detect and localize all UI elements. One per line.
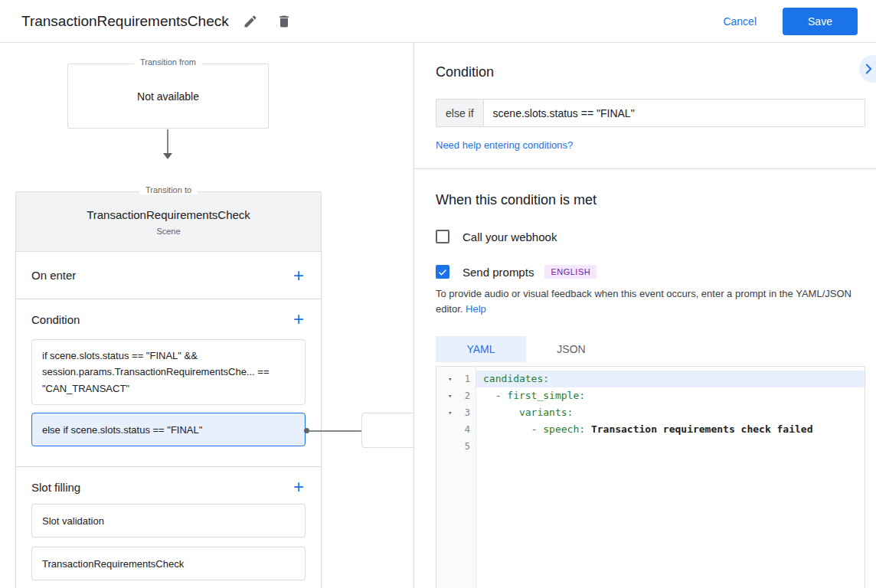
add-on-enter-button[interactable]: + (292, 268, 306, 283)
panel-condition-section: Condition else if Need help entering con… (414, 43, 876, 169)
cancel-button[interactable]: Cancel (723, 15, 757, 28)
scene-title: TransactionRequirementsCheck (87, 208, 250, 221)
transition-from-label: Transition from (134, 57, 202, 67)
gutter-line: 4 (436, 421, 476, 438)
webhook-row: Call your webhook (436, 230, 865, 243)
code-token: - (483, 423, 543, 435)
when-condition-met-section: When this condition is met Call your web… (414, 169, 876, 588)
slot-filling-section: Slot filling + Slot validation Transacti… (16, 467, 321, 588)
line-number: 4 (459, 424, 470, 435)
transition-to-label: Transition to (139, 185, 198, 194)
checkmark-icon (437, 266, 448, 278)
fold-arrow-icon[interactable]: ▾ (448, 409, 457, 416)
line-number: 5 (459, 441, 470, 452)
gutter-line: ▾3 (436, 404, 476, 421)
gutter-line: ▾1 (436, 371, 476, 387)
gutter-line: ▾2 (436, 387, 476, 404)
code-token: speech: (543, 423, 585, 435)
transition-from-value: Not available (137, 90, 199, 103)
scene-subtitle: Scene (156, 227, 180, 236)
line-number: 1 (459, 374, 470, 384)
condition-item-1[interactable]: if scene.slots.status == "FINAL" && sess… (31, 339, 306, 405)
tab-yaml[interactable]: YAML (436, 336, 526, 362)
condition-expression-row: else if (436, 99, 865, 127)
condition-prefix: else if (436, 100, 484, 126)
code-line[interactable]: - speech: Transaction requirements check… (476, 421, 865, 438)
code-token (483, 407, 519, 418)
code-line[interactable]: - first_simple: (476, 387, 865, 404)
condition-item-2-selected[interactable]: else if scene.slots.status == "FINAL" (31, 413, 306, 446)
transition-from-box[interactable]: Transition from Not available (67, 64, 269, 129)
panel-condition-title: Condition (436, 64, 865, 80)
condition-section-label: Condition (31, 313, 80, 326)
code-line[interactable]: candidates: (476, 371, 865, 387)
transition-arrow-line (167, 129, 168, 153)
code-token: first_simple: (507, 390, 585, 401)
send-prompts-row: Send prompts ENGLISH (436, 265, 865, 279)
transition-arrow-head-icon (163, 153, 172, 159)
prompts-description: To provide audio or visual feedback when… (436, 286, 865, 316)
code-token: Transaction requirements check failed (585, 423, 812, 435)
save-button[interactable]: Save (783, 8, 858, 35)
yaml-editor[interactable]: ▾1▾2▾345 candidates: - first_simple: var… (436, 366, 865, 588)
fold-arrow-icon[interactable]: ▾ (448, 392, 457, 400)
on-enter-section: On enter + (16, 252, 321, 299)
condition-section: Condition + if scene.slots.status == "FI… (16, 299, 321, 467)
tab-json[interactable]: JSON (526, 336, 616, 362)
chevron-right-icon (860, 60, 876, 77)
slot-filling-label: Slot filling (31, 481, 80, 494)
on-enter-label: On enter (31, 269, 76, 282)
send-prompts-checkbox[interactable] (436, 265, 449, 279)
add-slot-button[interactable]: + (292, 479, 306, 495)
page-title: TransactionRequirementsCheck (21, 13, 229, 30)
when-condition-met-title: When this condition is met (436, 192, 865, 208)
code-token: candidates: (483, 373, 549, 384)
condition-input[interactable] (484, 100, 865, 126)
line-number: 2 (459, 390, 470, 401)
slot-item-1[interactable]: Slot validation (31, 504, 306, 537)
yaml-editor-gutter: ▾1▾2▾345 (436, 367, 476, 588)
delete-scene-button[interactable] (272, 9, 296, 34)
scene-card: Transition to TransactionRequirementsChe… (15, 191, 322, 588)
editor-tabs: YAML JSON (436, 336, 865, 362)
code-token: variants: (519, 407, 573, 418)
trash-icon (276, 14, 292, 29)
scene-header[interactable]: TransactionRequirementsCheck Scene (16, 192, 321, 252)
slot-item-2[interactable]: TransactionRequirementsCheck (31, 547, 306, 580)
condition-detail-panel: Condition else if Need help entering con… (413, 43, 876, 588)
app-root: TransactionRequirementsCheck Cancel Save… (0, 0, 876, 588)
add-condition-button[interactable]: + (292, 312, 306, 327)
yaml-editor-lines[interactable]: candidates: - first_simple: variants: - … (476, 367, 865, 588)
webhook-checkbox[interactable] (436, 230, 449, 243)
language-badge: ENGLISH (544, 265, 597, 279)
connector-line (309, 430, 362, 432)
top-bar: TransactionRequirementsCheck Cancel Save (0, 0, 876, 43)
line-number: 3 (459, 407, 470, 418)
send-prompts-label: Send prompts (463, 266, 534, 279)
pencil-icon (243, 14, 258, 29)
gutter-line: 5 (436, 438, 476, 455)
code-token: - (483, 390, 507, 401)
edit-title-button[interactable] (238, 9, 263, 34)
webhook-label: Call your webhook (463, 230, 557, 243)
condition-help-link[interactable]: Need help entering conditions? (436, 139, 573, 151)
code-line[interactable] (476, 438, 865, 455)
prompts-description-text: To provide audio or visual feedback when… (436, 288, 851, 315)
code-line[interactable]: variants: (476, 404, 865, 421)
prompts-help-link[interactable]: Help (466, 303, 486, 315)
fold-arrow-icon[interactable]: ▾ (448, 375, 457, 383)
